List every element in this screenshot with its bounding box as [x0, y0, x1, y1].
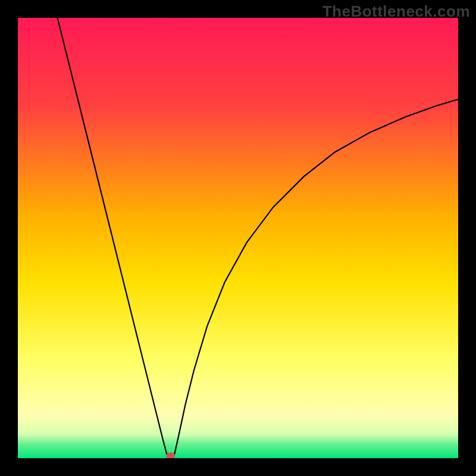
gradient-background	[18, 18, 458, 458]
chart-plot-area	[18, 18, 458, 458]
chart-frame: TheBottleneck.com	[0, 0, 476, 476]
chart-svg	[18, 18, 458, 458]
